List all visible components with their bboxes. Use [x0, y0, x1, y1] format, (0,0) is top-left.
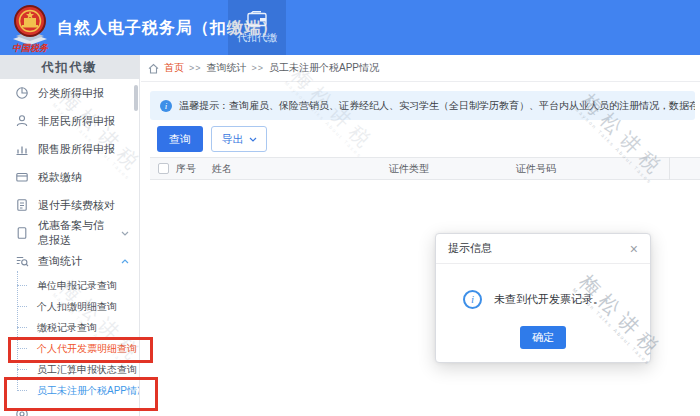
breadcrumb-section[interactable]: 查询统计 [207, 61, 247, 75]
query-button[interactable]: 查询 [157, 126, 203, 152]
table-header-id-number: 证件号码 [514, 157, 670, 180]
person-icon [15, 114, 29, 128]
table-header-name: 姓名 [210, 162, 387, 176]
chevron-down-icon [121, 231, 129, 236]
info-icon: i [160, 100, 172, 112]
sidebar-item-label: 非居民所得申报 [38, 114, 115, 129]
sidebar-scrollbar[interactable] [134, 85, 138, 111]
sidebar-item-label: 限售股所得申报 [38, 142, 115, 157]
app-header: 中国税务 自然人电子税务局（扣缴端） 代扣代缴 [0, 0, 700, 55]
search-stats-icon [15, 254, 29, 268]
wallet-icon [15, 170, 29, 184]
tax-bureau-logo: 中国税务 [7, 3, 53, 53]
sidebar-subitem-unregistered-app-query[interactable]: 员工未注册个税APP情况 [0, 380, 139, 401]
chevron-up-icon [121, 259, 129, 264]
receipt-check-icon [15, 198, 29, 212]
table-header-checkbox-cell [150, 163, 174, 174]
partial-menu-icon [15, 407, 29, 416]
home-icon [148, 63, 159, 74]
sidebar-subitem-settlement-status-query[interactable]: 员工汇算申报状态查询 [0, 359, 139, 380]
sidebar-item-label: 分类所得申报 [38, 86, 104, 101]
sidebar-item-label: 优惠备案与信息报送 [38, 218, 112, 248]
sidebar-item-label: 查询统计 [38, 254, 82, 269]
tab-withholding[interactable]: 代扣代缴 [228, 0, 286, 55]
export-button[interactable]: 导出 [211, 126, 267, 152]
app-window: 中国税务 自然人电子税务局（扣缴端） 代扣代缴 代扣代缴 分类所得申报 [0, 0, 700, 416]
sidebar-item-classified-income[interactable]: 分类所得申报 [0, 79, 139, 107]
subitem-label: 员工汇算申报状态查询 [37, 364, 137, 375]
subitem-label: 单位申报记录查询 [37, 280, 117, 291]
sidebar-subitem-invoice-detail-query[interactable]: 个人代开发票明细查询 [0, 338, 139, 359]
table-header-index: 序号 [174, 162, 210, 176]
sidebar-item-query-statistics[interactable]: 查询统计 [0, 247, 139, 275]
national-emblem-icon: 中国税务 [7, 3, 53, 53]
sidebar-subitem-unit-declaration-query[interactable]: 单位申报记录查询 [0, 275, 139, 296]
tab-withholding-label: 代扣代缴 [237, 31, 277, 45]
dialog-title: 提示信息 [448, 241, 492, 256]
breadcrumb: 首页 >> 查询统计 >> 员工未注册个税APP情况 [141, 55, 700, 82]
select-all-checkbox[interactable] [158, 163, 169, 174]
dialog-body: i 未查到代开发票记录。 [436, 264, 650, 309]
subitem-label: 缴税记录查询 [37, 322, 97, 333]
subitem-label: 员工未注册个税APP情况 [37, 385, 140, 396]
wallet-icon [247, 11, 267, 27]
document-icon [15, 226, 29, 240]
table-header-id-type: 证件类型 [387, 162, 514, 176]
dialog-message: 未查到代开发票记录。 [494, 292, 604, 307]
results-table: 序号 姓名 证件类型 证件号码 [150, 157, 700, 180]
close-icon[interactable]: × [630, 242, 638, 256]
sidebar-subitem-personal-withholding-query[interactable]: 个人扣缴明细查询 [0, 296, 139, 317]
sidebar-item-preferential-filing[interactable]: 优惠备案与信息报送 [0, 219, 139, 247]
sidebar-item-restricted-shares[interactable]: 限售股所得申报 [0, 135, 139, 163]
message-dialog: 提示信息 × i 未查到代开发票记录。 确定 [435, 233, 651, 363]
breadcrumb-home-link[interactable]: 首页 [164, 61, 184, 75]
sidebar-item-nonresident-income[interactable]: 非居民所得申报 [0, 107, 139, 135]
sidebar-item-refund-fee-check[interactable]: 退付手续费核对 [0, 191, 139, 219]
breadcrumb-current-page: 员工未注册个税APP情况 [269, 61, 379, 75]
table-header-row: 序号 姓名 证件类型 证件号码 [150, 157, 700, 180]
chevron-down-icon [249, 137, 257, 142]
breadcrumb-separator: >> [189, 63, 202, 73]
export-button-label: 导出 [222, 132, 244, 147]
notice-text: 温馨提示：查询雇员、保险营销员、证券经纪人、实习学生（全日制学历教育）、平台内从… [179, 99, 695, 113]
sidebar-item-tax-payment[interactable]: 税款缴纳 [0, 163, 139, 191]
notice-banner: i 温馨提示：查询雇员、保险营销员、证券经纪人、实习学生（全日制学历教育）、平台… [150, 91, 695, 120]
query-statistics-submenu: 单位申报记录查询 个人扣缴明细查询 缴税记录查询 个人代开发票明细查询 员工汇算… [0, 275, 139, 401]
sidebar: 代扣代缴 分类所得申报 非居民所得申报 限售股所得申报 [0, 55, 140, 416]
logo-caption: 中国税务 [12, 43, 49, 53]
sidebar-item-label: 退付手续费核对 [38, 198, 115, 213]
confirm-button[interactable]: 确定 [520, 326, 566, 349]
sidebar-subitem-tax-record-query[interactable]: 缴税记录查询 [0, 317, 139, 338]
breadcrumb-separator: >> [252, 63, 265, 73]
pie-chart-icon [15, 86, 29, 100]
subitem-label: 个人代开发票明细查询 [37, 343, 137, 354]
sidebar-title: 代扣代缴 [0, 55, 139, 79]
sidebar-item-label: 税款缴纳 [38, 170, 82, 185]
bar-chart-icon [15, 142, 29, 156]
dialog-header: 提示信息 × [436, 234, 650, 264]
info-circle-icon: i [463, 290, 482, 309]
subitem-label: 个人扣缴明细查询 [37, 301, 117, 312]
